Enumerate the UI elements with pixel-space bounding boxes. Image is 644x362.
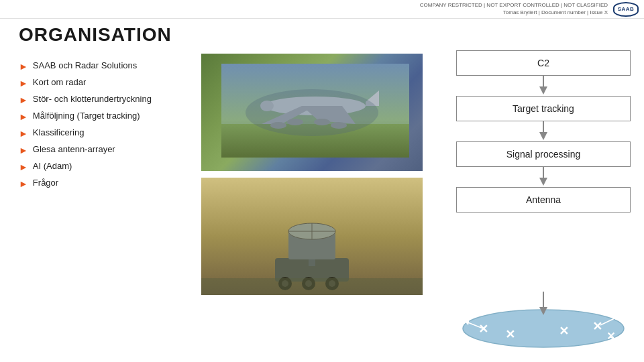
- bullet-arrow-icon: ►: [19, 78, 28, 88]
- arrow-target-to-signal: [456, 121, 631, 141]
- saab-logo-circle: SAAB: [613, 2, 639, 17]
- svg-rect-1: [221, 124, 409, 158]
- svg-point-2: [265, 97, 366, 115]
- target-tracking-box: Target tracking: [456, 96, 631, 121]
- svg-text:✕: ✕: [606, 330, 615, 342]
- bullet-arrow-icon: ►: [19, 178, 28, 189]
- list-item: ► Kort om radar: [19, 77, 200, 88]
- svg-marker-3: [302, 106, 356, 124]
- header-bar: COMPANY RESTRICTED | NOT EXPORT CONTROLL…: [0, 0, 644, 19]
- arrow-signal-to-antenna: [456, 167, 631, 187]
- signal-processing-box: Signal processing: [456, 141, 631, 167]
- saab-logo-text: SAAB: [618, 6, 635, 12]
- svg-marker-44: [621, 336, 627, 347]
- ground-radar-image: [201, 178, 423, 295]
- bullet-arrow-icon: ►: [19, 128, 28, 139]
- svg-rect-20: [309, 259, 315, 266]
- svg-text:✕: ✕: [478, 322, 488, 336]
- svg-text:✕: ✕: [592, 320, 602, 333]
- svg-marker-42: [615, 313, 621, 320]
- aircraft-svg: [221, 64, 409, 158]
- list-item: ► Glesa antenn-arrayer: [19, 144, 200, 156]
- bullet-arrow-icon: ►: [19, 61, 28, 72]
- svg-point-10: [270, 122, 286, 129]
- aircraft-image: [201, 54, 423, 171]
- bullet-arrow-icon: ►: [19, 95, 28, 105]
- svg-text:✕: ✕: [559, 324, 569, 338]
- svg-point-7: [314, 119, 330, 125]
- svg-point-9: [287, 119, 303, 125]
- bullet-arrow-icon: ►: [19, 162, 28, 172]
- svg-marker-30: [539, 178, 547, 186]
- svg-text:✕: ✕: [505, 328, 515, 341]
- svg-point-8: [331, 122, 347, 129]
- list-item: ► Frågor: [19, 178, 200, 189]
- saab-logo: SAAB: [613, 2, 639, 17]
- list-item: ► Stör- och klotterundertryckning: [19, 94, 200, 105]
- svg-marker-4: [262, 106, 315, 124]
- center-images: [201, 54, 429, 295]
- svg-marker-26: [539, 86, 547, 95]
- antenna-box: Antenna: [456, 187, 631, 213]
- list-item: ► AI (Adam): [19, 161, 200, 172]
- aircraft-shape: [260, 90, 379, 129]
- list-item: ► Klassificering: [19, 127, 200, 139]
- targets-ellipse: ✕ ✕ ✕ ✕ ✕: [456, 292, 631, 352]
- bullet-list: ► SAAB och Radar Solutions ► Kort om rad…: [19, 60, 200, 194]
- svg-marker-28: [539, 132, 547, 140]
- list-item: ► Målföljning (Target tracking): [19, 111, 200, 122]
- bullet-arrow-icon: ►: [19, 111, 28, 122]
- page-title: ORGANISATION: [19, 24, 172, 46]
- svg-point-6: [260, 101, 274, 111]
- c2-box: C2: [456, 50, 631, 76]
- bullet-arrow-icon: ►: [19, 145, 28, 156]
- arrow-c2-to-target: [456, 76, 631, 96]
- list-item: ► SAAB och Radar Solutions: [19, 60, 200, 72]
- right-diagram: C2 Target tracking Signal processing Ant…: [456, 50, 631, 213]
- classification-text: COMPANY RESTRICTED | NOT EXPORT CONTROLL…: [420, 2, 608, 16]
- svg-rect-24: [201, 278, 423, 295]
